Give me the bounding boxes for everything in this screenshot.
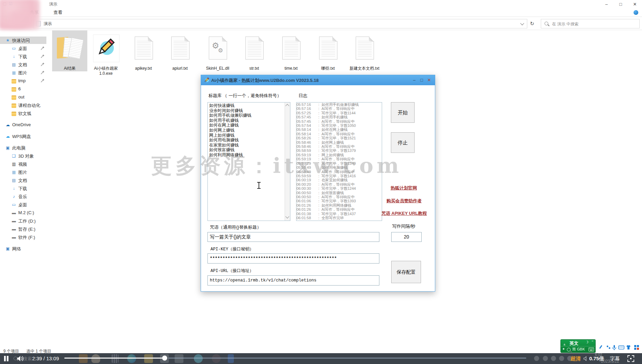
sidebar-item-3D 对象[interactable]: ❑3D 对象 <box>0 152 46 160</box>
sidebar-item-label: 网络 <box>12 246 21 252</box>
pin-icon <box>41 54 44 58</box>
sidebar-item-tmp[interactable]: tmp <box>0 77 46 85</box>
help-icon[interactable] <box>634 10 638 15</box>
file-tile-Ai小镇作题家 1.0.exe[interactable]: Ai小镇作题家 1.0.exe <box>88 30 124 76</box>
file-tile-哪些.txt[interactable]: 哪些.txt <box>310 30 346 71</box>
sidebar-item-下载[interactable]: ↓下载 <box>0 53 46 60</box>
apiurl-input[interactable]: https://openai.1rmb.tk/v1/chat/completio… <box>207 275 379 286</box>
sidebar-item-暂存 (E:)[interactable]: ▬暂存 (E:) <box>0 225 46 233</box>
sidebar-item-快速访问[interactable]: ★快速访问 <box>0 37 46 44</box>
progress-track[interactable] <box>168 358 526 359</box>
prompt-label: 咒语（通用符{}替换标题） <box>210 224 261 230</box>
stop-button[interactable]: 停止 <box>391 132 415 153</box>
explorer-titlebar: ▢ ☑ 演示 – □ ✕ <box>0 0 642 8</box>
scroll-up-icon[interactable] <box>285 104 289 108</box>
progress-played[interactable] <box>64 358 162 359</box>
sidebar-item-下载[interactable]: ↓下载 <box>0 185 46 192</box>
tab-view[interactable]: 查看 <box>53 9 62 16</box>
save-config-button[interactable]: 保存配置 <box>391 261 421 283</box>
sidebar-item-桌面[interactable]: ▭桌面 <box>0 201 46 208</box>
sidebar-item-文档[interactable]: ▤文档 <box>0 177 46 184</box>
dialog-titlebar[interactable]: Ai小镇作题家 - 热狐计划www.U2Bdo.com V2023.5.18 –… <box>201 75 435 85</box>
tray-mic-icon[interactable] <box>611 344 617 350</box>
tray-keyboard-icon[interactable] <box>618 344 624 350</box>
address-breadcrumb[interactable]: 演示 <box>44 21 52 27</box>
sidebar-item-WPS网盘[interactable]: ☁WPS网盘 <box>0 133 46 140</box>
close-button[interactable]: ✕ <box>628 0 642 9</box>
sidebar-item-M.2 (C:)[interactable]: ▬M.2 (C:) <box>0 209 46 217</box>
scroll-down-icon[interactable] <box>285 214 289 218</box>
ime-expand-icon[interactable]: » <box>562 344 566 346</box>
sidebar-item-6[interactable]: 6 <box>0 85 46 93</box>
sidebar-item-软文狐[interactable]: 软文狐 <box>0 110 46 117</box>
file-tile-str.txt[interactable]: str.txt <box>237 30 272 71</box>
sidebar-item-out[interactable]: out <box>0 93 46 101</box>
ime-moon-icon[interactable]: ☽ <box>585 340 589 344</box>
sidebar-item-网络[interactable]: ▣网络 <box>0 245 46 252</box>
dialog-maximize-button[interactable]: □ <box>419 77 425 83</box>
minimize-button[interactable]: – <box>599 0 614 9</box>
tray-grid-icon[interactable] <box>634 344 640 350</box>
sidebar-item-label: 下载 <box>18 186 27 192</box>
ime-hand-icon[interactable]: ✦ <box>562 347 565 351</box>
sidebar-item-文档[interactable]: ▤文档 <box>0 61 46 68</box>
link-buy-membership[interactable]: 购买会员赞助作者 <box>374 198 435 204</box>
sidebar-item-课程自动化[interactable]: 课程自动化 <box>0 101 46 109</box>
dialog-close-button[interactable]: ✕ <box>426 77 432 83</box>
link-official-site[interactable]: 热狐计划官网 <box>377 185 431 191</box>
address-bar[interactable]: 演示 <box>33 19 527 28</box>
subtitle-button[interactable]: 字幕 <box>610 356 620 362</box>
log-entry: 05:57:45:如何用手机赚钱 <box>296 115 382 119</box>
sidebar-item-桌面[interactable]: ▭桌面 <box>0 45 46 52</box>
link-tutorial[interactable]: 咒语 APIKEY URL教程 <box>372 210 436 217</box>
sidebar-item-OneDrive[interactable]: ☁OneDrive <box>0 121 46 129</box>
refresh-icon[interactable]: ↻ <box>530 21 534 27</box>
ime-quote-icon[interactable]: ’’ <box>592 340 593 344</box>
tray-pen-icon[interactable] <box>598 344 604 350</box>
sidebar-item-此电脑[interactable]: ▣此电脑 <box>0 144 46 152</box>
sidebar-item-label: 6 <box>18 86 21 91</box>
dialog-minimize-button[interactable]: – <box>411 77 417 83</box>
log-entry: 06:01:26:Ai写作，等待响应中 <box>296 207 382 211</box>
start-button[interactable]: 开始 <box>391 102 415 123</box>
ime-search-icon[interactable] <box>567 348 571 351</box>
ime-mode-label[interactable]: 英文 <box>570 340 578 346</box>
interval-input[interactable]: 20 <box>391 232 422 242</box>
speed-button[interactable]: 0.75倍 <box>589 356 604 362</box>
tray-ghost-icon <box>543 356 548 361</box>
tray-shirt-icon[interactable] <box>625 344 632 350</box>
fullscreen-icon[interactable] <box>627 355 635 363</box>
address-dropdown-icon[interactable] <box>520 21 524 25</box>
search-box[interactable]: 在 演示 中搜索 <box>541 19 640 28</box>
file-tile-apikey.txt[interactable]: apikey.txt <box>126 30 161 71</box>
log-entry: 05:58:46:Ai写作，等待响应中 <box>296 144 382 149</box>
film-icon: ▥ <box>12 162 16 166</box>
sidebar-item-图片[interactable]: ▦图片 <box>0 69 46 76</box>
sidebar-item-音乐[interactable]: ♪音乐 <box>0 193 46 200</box>
maximize-button[interactable]: □ <box>614 0 628 9</box>
apikey-input[interactable]: ****************************************… <box>207 253 379 264</box>
taskbar-edge-ghost-icon <box>127 354 136 363</box>
drive-icon: ▬ <box>12 219 16 223</box>
tray-dots-icon[interactable] <box>605 344 612 350</box>
small-speaker-icon[interactable] <box>583 356 588 361</box>
sidebar-item-软件 (F:)[interactable]: ▬软件 (F:) <box>0 233 46 241</box>
prompt-input[interactable]: 写一篇关于{}的文章 <box>207 232 379 242</box>
taskbar-pencil-app-ghost-icon <box>194 354 203 363</box>
sidebar-item-工作 (D:)[interactable]: ▬工作 (D:) <box>0 217 46 225</box>
quality-button[interactable]: 超清 <box>571 356 581 362</box>
ime-panel[interactable]: » 英文 ☽ ’’ ✦ 简 GBK <box>560 339 596 353</box>
file-tile-apiurl.txt[interactable]: apiurl.txt <box>162 30 198 71</box>
sidebar-item-图片[interactable]: ▦图片 <box>0 168 46 176</box>
ime-keyboard-icon[interactable] <box>589 347 594 351</box>
sidebar-item-视频[interactable]: ▥视频 <box>0 160 46 168</box>
file-tile-Ai结果[interactable]: Ai结果 <box>52 30 87 71</box>
file-tile-time.txt[interactable]: time.txt <box>273 30 309 71</box>
file-tile-新建文本文档.txt[interactable]: 新建文本文档.txt <box>347 30 382 71</box>
search-input[interactable]: 在 演示 中搜索 <box>552 21 579 27</box>
sidebar-item-label: 暂存 (E:) <box>18 226 36 232</box>
file-tile-SkinH_EL.dll[interactable]: ⚙⚙SkinH_EL.dll <box>200 30 235 71</box>
ime-charset-label[interactable]: 简 GBK <box>572 347 585 352</box>
volume-icon[interactable] <box>17 356 24 362</box>
progress-thumb[interactable] <box>162 356 167 361</box>
